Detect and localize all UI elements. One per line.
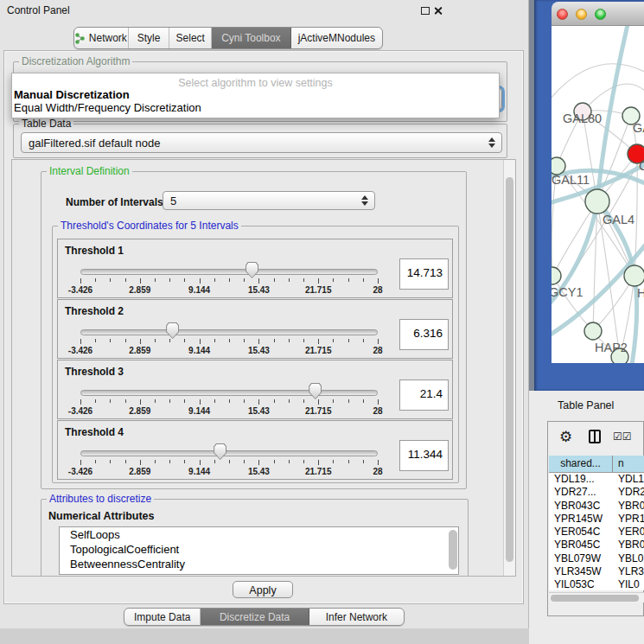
table-hscrollbar-track[interactable] <box>549 592 644 603</box>
table-row[interactable]: YDR27...YDR2 <box>549 486 644 499</box>
slider-major-tick <box>140 278 141 284</box>
node-label: GA <box>633 121 644 135</box>
panel-divider[interactable] <box>529 0 534 391</box>
slider-minor-tick <box>289 399 290 403</box>
column-header-shared[interactable]: shared... <box>549 456 613 472</box>
table-row[interactable]: YBL079WYBL0 <box>549 552 644 565</box>
panel-scrollbar-track[interactable] <box>503 160 515 576</box>
zoom-window-icon[interactable] <box>595 9 606 20</box>
threshold-value-field[interactable]: 11.344 <box>399 440 449 471</box>
slider-minor-tick <box>110 460 111 463</box>
table-row[interactable]: YBR045CYBR0 <box>549 539 644 552</box>
list-scrollbar[interactable] <box>449 530 457 570</box>
close-panel-button[interactable] <box>433 6 443 16</box>
table-header-row[interactable]: shared...n <box>549 456 644 473</box>
slider-minor-tick <box>348 278 349 282</box>
network-node-h[interactable] <box>624 265 644 286</box>
float-window-button[interactable] <box>421 7 430 15</box>
network-canvas[interactable]: GAL80GACGAL11GAL4GCY1HHAP2 <box>552 26 644 363</box>
slider-minor-tick <box>214 278 215 282</box>
column-header-n[interactable]: n <box>613 456 644 472</box>
network-icon <box>75 33 85 44</box>
table-cell: YBR043C <box>549 500 613 513</box>
panel-scrollbar-thumb[interactable] <box>506 177 513 562</box>
table-row[interactable]: YIL053CYIL0 <box>549 578 644 590</box>
table-row[interactable]: YBR043CYBR0 <box>549 500 644 513</box>
slider-major-tick <box>80 278 81 284</box>
discretization-algorithm-title: Discretization Algorithm <box>19 55 132 67</box>
network-node-gcy1[interactable] <box>552 267 561 284</box>
slider-thumb[interactable] <box>309 383 322 399</box>
slider-track[interactable] <box>80 329 378 335</box>
slider-major-tick <box>140 339 141 344</box>
slider-major-tick <box>200 460 201 465</box>
tab-network[interactable]: Network <box>74 28 129 48</box>
combo-stepper-icon <box>361 195 368 206</box>
slider-thumb-face <box>214 444 226 459</box>
control-panel-tabbar: NetworkStyleSelectCyni ToolboxjActiveMNo… <box>73 27 383 49</box>
apply-button[interactable]: Apply <box>233 581 293 598</box>
threshold-value-field[interactable]: 6.316 <box>399 319 449 350</box>
slider-major-tick <box>200 278 201 284</box>
tab-jactivemnodules[interactable]: jActiveMNodules <box>291 28 382 48</box>
gear-icon[interactable]: ⚙ <box>559 428 572 445</box>
network-node-gal4[interactable] <box>585 189 609 214</box>
algorithm-option-manual-discretization[interactable]: Manual Discretization <box>14 88 130 101</box>
slider-major-tick <box>258 460 259 465</box>
minimize-window-icon[interactable] <box>576 9 587 20</box>
threshold-row-4: Threshold 4-3.4262.8599.14415.4321.71528… <box>57 420 453 480</box>
tab-cyni-toolbox[interactable]: Cyni Toolbox <box>212 28 290 48</box>
slider-track[interactable] <box>80 390 378 396</box>
tab-impute-data[interactable]: Impute Data <box>124 609 201 625</box>
node-label: GCY1 <box>552 285 583 299</box>
checkboxes-icon[interactable]: ☑☑ <box>613 430 632 443</box>
slider-tick-label: 28 <box>352 467 404 476</box>
slider-minor-tick <box>229 399 230 403</box>
slider-minor-tick <box>95 278 96 282</box>
slider-tick-label: 21.715 <box>292 285 344 295</box>
tab-style[interactable]: Style <box>129 28 170 48</box>
threshold-label: Threshold 2 <box>65 305 124 317</box>
tab-infer-network[interactable]: Infer Network <box>309 609 404 625</box>
slider-thumb[interactable] <box>245 262 258 278</box>
network-edge[interactable] <box>552 276 593 331</box>
tab-select[interactable]: Select <box>169 28 212 48</box>
panel-title: Control Panel <box>7 4 70 16</box>
table-hscrollbar-thumb[interactable] <box>551 595 639 602</box>
table-cell: YLR3 <box>613 565 644 578</box>
close-window-icon[interactable] <box>557 9 568 20</box>
table-row[interactable]: YER054CYER0 <box>549 526 644 539</box>
split-columns-icon[interactable] <box>589 430 601 443</box>
table-data-combobox[interactable]: galFiltered.sif default node <box>21 132 502 153</box>
slider-major-tick <box>378 460 379 465</box>
slider-thumb[interactable] <box>166 322 179 339</box>
numerical-attributes-heading: Numerical Attributes <box>48 510 154 522</box>
slider-track[interactable] <box>80 450 378 456</box>
tab-discretize-data[interactable]: Discretize Data <box>201 609 309 625</box>
threshold-row-2: Threshold 2-3.4262.8599.14415.4321.71528… <box>57 299 453 359</box>
slider-minor-tick <box>289 339 290 342</box>
threshold-value-field[interactable]: 21.4 <box>399 379 449 411</box>
attribute-item-topologicalcoefficient[interactable]: TopologicalCoefficient <box>60 542 458 557</box>
network-edge-thick[interactable] <box>628 276 637 363</box>
slider-minor-tick <box>303 460 304 463</box>
attribute-item-selfloops[interactable]: SelfLoops <box>60 527 458 542</box>
tab-label: jActiveMNodules <box>298 32 375 44</box>
algorithm-option-equal-width-frequency-discretization[interactable]: Equal Width/Frequency Discretization <box>14 101 201 114</box>
number-of-intervals-combobox[interactable]: 5 <box>163 191 375 210</box>
threshold-value-field[interactable]: 14.713 <box>399 258 449 290</box>
numerical-attributes-list[interactable]: SelfLoopsTopologicalCoefficientBetweenne… <box>59 526 459 575</box>
table-row[interactable]: YDL19...YDL1 <box>549 473 644 486</box>
cyni-toolbox-content: Discretization Algorithm Select algorith… <box>3 50 524 604</box>
table-row[interactable]: YLR345WYLR3 <box>549 565 644 578</box>
tab-label: Discretize Data <box>220 611 290 623</box>
slider-track[interactable] <box>80 269 378 275</box>
slider-minor-tick <box>95 460 96 463</box>
slider-thumb[interactable] <box>214 443 226 460</box>
network-node-gal11[interactable] <box>552 157 565 175</box>
table-row[interactable]: YPR145WYPR1 <box>549 513 644 526</box>
attribute-item-betweennesscentrality[interactable]: BetweennessCentrality <box>60 557 458 571</box>
network-window-titlebar[interactable] <box>552 2 644 26</box>
network-edge[interactable] <box>552 64 644 108</box>
network-node-hap2[interactable] <box>584 322 602 340</box>
